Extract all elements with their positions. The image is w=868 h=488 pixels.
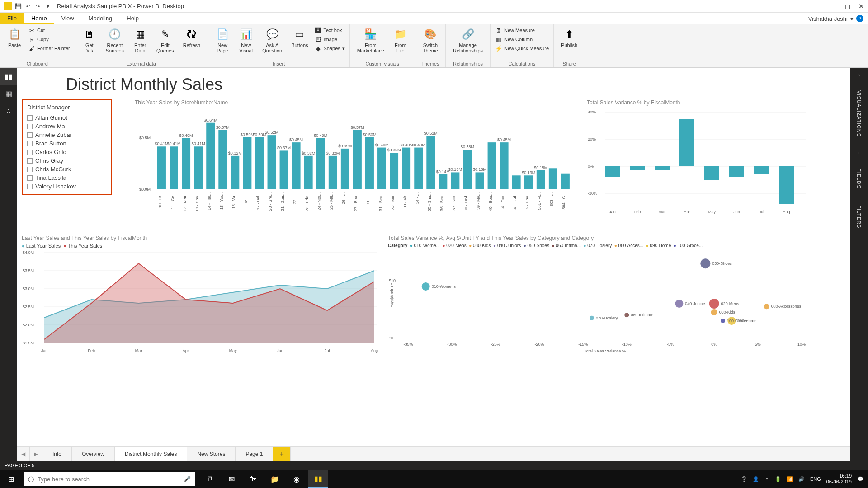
tab-view[interactable]: View	[54, 13, 81, 24]
shapes-button[interactable]: ◆Shapes ▾	[315, 44, 345, 52]
tray-chevron-icon[interactable]: ＾	[764, 476, 769, 483]
chrome-icon[interactable]: ◉	[287, 470, 307, 488]
report-view-icon[interactable]: ▮▮	[0, 68, 17, 85]
from-file-button[interactable]: 📁From File	[391, 26, 410, 54]
tray-help-icon[interactable]: ❔	[741, 476, 747, 482]
svg-text:21 - Zan...: 21 - Zan...	[280, 192, 285, 211]
clock[interactable]: 16:19 06-06-2019	[826, 473, 852, 485]
slicer-item[interactable]: Brad Sutton	[27, 139, 107, 148]
enter-data-button[interactable]: ▦Enter Data	[130, 26, 150, 54]
slicer-item[interactable]: Annelie Zubar	[27, 131, 107, 139]
explorer-icon[interactable]: 📁	[265, 470, 285, 488]
model-view-icon[interactable]: ⛬	[0, 102, 17, 119]
fields-pane[interactable]: FIELDS	[854, 165, 863, 192]
task-view-icon[interactable]: ⧉	[200, 470, 220, 488]
add-page-button[interactable]: +	[273, 447, 290, 461]
mic-icon[interactable]: 🎤	[184, 476, 191, 482]
slicer-item[interactable]: Carlos Grilo	[27, 148, 107, 156]
powerbi-icon[interactable]: ▮▮	[308, 470, 328, 488]
qat-dropdown-icon[interactable]: ▾	[44, 3, 52, 10]
tab-home[interactable]: Home	[24, 13, 54, 24]
volume-icon[interactable]: 🔊	[798, 476, 805, 482]
district-manager-slicer[interactable]: District Manager Allan GuinotAndrew MaAn…	[22, 99, 112, 195]
quick-icon: ⚡	[495, 45, 502, 52]
page-tab[interactable]: Page 1	[236, 447, 273, 461]
page-prev-icon[interactable]: ◀	[17, 447, 30, 461]
edit-queries-button[interactable]: ✎Edit Queries	[154, 26, 177, 54]
group-label: Custom visuals	[354, 60, 410, 66]
close-icon[interactable]: ✕	[859, 2, 864, 10]
category-scatter-chart[interactable]: Total Sales Variance %, Avg $/Unit TY an…	[388, 235, 808, 361]
tab-modeling[interactable]: Modeling	[81, 13, 120, 24]
svg-text:$3.0M: $3.0M	[23, 286, 34, 291]
help-icon[interactable]: ?	[856, 15, 863, 22]
battery-icon[interactable]: 🔋	[775, 476, 781, 482]
ty-sales-bar-chart[interactable]: This Year Sales by StoreNumberName $0.5M…	[135, 99, 578, 226]
wifi-icon[interactable]: 📶	[787, 476, 793, 482]
data-view-icon[interactable]: ▦	[0, 85, 17, 102]
taskbar-search[interactable]: ◯ 🎤	[24, 472, 195, 486]
minimize-icon[interactable]: —	[830, 2, 837, 10]
slicer-item[interactable]: Chris Gray	[27, 156, 107, 165]
redo-icon[interactable]: ↷	[34, 3, 42, 10]
svg-text:Apr: Apr	[183, 348, 189, 353]
undo-icon[interactable]: ↶	[24, 3, 32, 10]
slicer-item[interactable]: Valery Ushakov	[27, 182, 107, 191]
publish-button[interactable]: ⬆Publish	[558, 26, 580, 49]
new-quick-measure-button[interactable]: ⚡New Quick Measure	[495, 44, 549, 52]
ask-question-button[interactable]: 💬Ask A Question	[259, 26, 285, 54]
maximize-icon[interactable]: ◻	[845, 2, 850, 10]
new-column-button[interactable]: ▥New Column	[495, 35, 549, 43]
new-visual-button[interactable]: 📊New Visual	[236, 26, 256, 54]
svg-point-164	[675, 300, 683, 308]
new-page-button[interactable]: 📄New Page	[212, 26, 232, 54]
manage-relationships-button[interactable]: 🔗Manage Relationships	[450, 26, 486, 54]
svg-rect-118	[729, 166, 744, 177]
notifications-icon[interactable]: 💬	[857, 476, 863, 482]
tab-file[interactable]: File	[0, 13, 24, 24]
svg-text:Feb: Feb	[88, 348, 95, 353]
refresh-button[interactable]: 🗘Refresh	[180, 26, 203, 49]
svg-text:0%: 0%	[711, 342, 717, 347]
ly-ty-area-chart[interactable]: Last Year Sales and This Year Sales by F…	[22, 235, 379, 361]
page-tab[interactable]: New Stores	[187, 447, 236, 461]
user-account[interactable]: Vishakha Joshi ▾ ?	[804, 13, 868, 24]
svg-text:May: May	[708, 210, 716, 214]
chevron-left-icon[interactable]: ‹	[858, 150, 860, 156]
paste-button[interactable]: 📋Paste	[5, 26, 24, 49]
format-painter-button[interactable]: 🖌Format Painter	[28, 44, 70, 52]
from-marketplace-button[interactable]: 🏪From Marketplace	[354, 26, 387, 54]
tab-help[interactable]: Help	[119, 13, 146, 24]
new-measure-button[interactable]: 🗏New Measure	[495, 26, 549, 34]
textbox-button[interactable]: 🅰Text box	[315, 26, 345, 34]
people-icon[interactable]: 👤	[753, 476, 759, 482]
filters-pane[interactable]: FILTERS	[854, 202, 863, 232]
slicer-item[interactable]: Chris McGurk	[27, 165, 107, 174]
page-tab[interactable]: Info	[42, 447, 72, 461]
store-icon[interactable]: 🛍	[243, 470, 263, 488]
buttons-button[interactable]: ▭Buttons	[288, 26, 311, 49]
start-button[interactable]: ⊞	[0, 470, 22, 488]
visualizations-pane[interactable]: VISUALIZATIONS	[854, 87, 863, 141]
group-label: Insert	[212, 60, 345, 66]
slicer-item[interactable]: Andrew Ma	[27, 122, 107, 131]
page-next-icon[interactable]: ▶	[30, 447, 42, 461]
page-tab[interactable]: District Monthly Sales	[115, 447, 187, 461]
table-icon: ▦	[133, 27, 147, 42]
variance-bar-chart[interactable]: Total Sales Variance % by FiscalMonth -2…	[587, 99, 808, 226]
slicer-item[interactable]: Allan Guinot	[27, 113, 107, 122]
page-tabs: ◀ ▶ InfoOverviewDistrict Monthly SalesNe…	[17, 446, 850, 461]
copy-button[interactable]: ⎘Copy	[28, 35, 70, 43]
lang-indicator[interactable]: ENG	[810, 476, 821, 482]
mail-icon[interactable]: ✉	[222, 470, 241, 488]
chevron-left-icon[interactable]: ‹	[858, 71, 860, 78]
get-data-button[interactable]: 🗎Get Data	[80, 26, 99, 54]
save-icon[interactable]: 💾	[14, 3, 22, 10]
recent-sources-button[interactable]: 🕘Recent Sources	[103, 26, 127, 54]
switch-theme-button[interactable]: 🎨Switch Theme	[420, 26, 441, 54]
search-input[interactable]	[38, 476, 180, 483]
slicer-item[interactable]: Tina Lassila	[27, 174, 107, 182]
page-tab[interactable]: Overview	[72, 447, 115, 461]
image-button[interactable]: 🖼Image	[315, 35, 345, 43]
cut-button[interactable]: ✂Cut	[28, 26, 70, 34]
